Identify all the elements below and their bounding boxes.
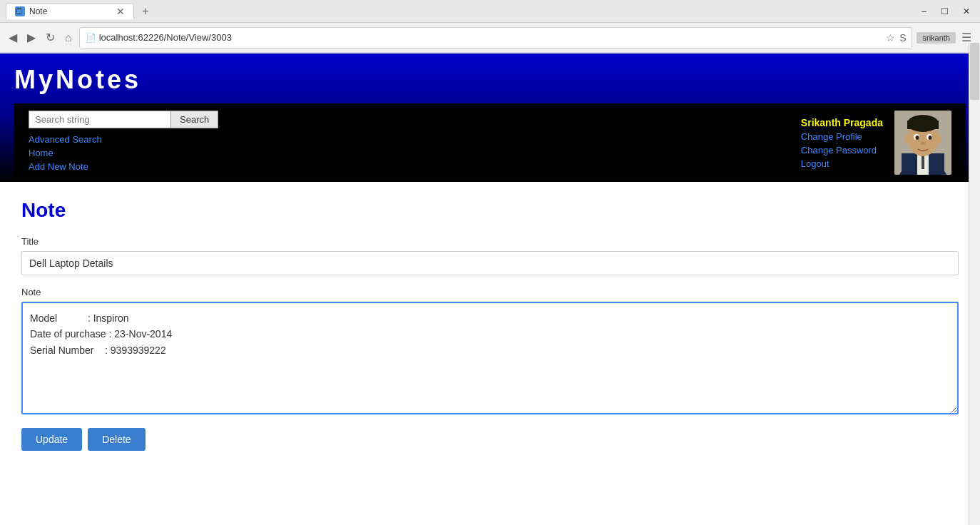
main-content: Note Title Note Model : Inspiron Date of… — [0, 182, 980, 468]
svg-rect-5 — [922, 155, 924, 169]
window-controls: – ☐ ✕ — [917, 5, 974, 18]
header-user: Srikanth Pragada Change Profile Change P… — [787, 103, 966, 182]
search-row: Search — [29, 111, 772, 128]
svg-point-13 — [921, 142, 925, 145]
back-button[interactable]: ◀ — [6, 29, 20, 46]
delete-button[interactable]: Delete — [88, 428, 145, 451]
advanced-search-link[interactable]: Advanced Search — [29, 134, 772, 145]
svg-point-12 — [929, 136, 932, 140]
scrollbar[interactable] — [969, 43, 980, 468]
note-label: Note — [21, 287, 959, 297]
browser-navbar: ◀ ▶ ↻ ⌂ 📄 ☆ S srikanth ☰ — [0, 23, 980, 53]
address-bar[interactable]: 📄 ☆ S — [79, 27, 913, 49]
avatar-image — [894, 111, 951, 175]
svg-rect-8 — [907, 121, 939, 129]
header-nav: Search Advanced Search Home Add New Note — [14, 103, 787, 182]
change-password-link[interactable]: Change Password — [801, 145, 877, 156]
home-button[interactable]: ⌂ — [62, 30, 75, 46]
update-button[interactable]: Update — [21, 428, 82, 451]
svg-point-15 — [936, 135, 941, 143]
title-input[interactable] — [21, 251, 959, 275]
app-title: MyNotes — [14, 65, 966, 103]
page-header: MyNotes Search Advanced Search Home Add … — [0, 53, 980, 182]
home-link[interactable]: Home — [29, 148, 772, 158]
title-group: Title — [21, 236, 959, 275]
forward-button[interactable]: ▶ — [24, 29, 39, 46]
new-tab-button[interactable]: + — [137, 3, 154, 20]
page-heading: Note — [21, 199, 959, 222]
logout-link[interactable]: Logout — [801, 158, 830, 169]
browser-titlebar: 🗒 Note ✕ + – ☐ ✕ — [0, 0, 980, 23]
navbar-icons: srikanth ☰ — [917, 29, 974, 46]
tab-title: Note — [29, 6, 111, 16]
scrollbar-thumb[interactable] — [970, 43, 979, 100]
add-new-note-link[interactable]: Add New Note — [29, 161, 772, 172]
title-label: Title — [21, 236, 959, 247]
avatar — [894, 111, 951, 175]
browser-chrome: 🗒 Note ✕ + – ☐ ✕ ◀ ▶ ↻ ⌂ 📄 ☆ S srikanth … — [0, 0, 980, 53]
svg-point-14 — [904, 135, 910, 143]
tab-favicon-icon: 🗒 — [15, 6, 25, 16]
svg-point-11 — [916, 136, 919, 140]
tab-close-icon[interactable]: ✕ — [116, 6, 125, 16]
search-input[interactable] — [29, 111, 171, 128]
user-name: Srikanth Pragada — [801, 117, 883, 128]
window-maximize-button[interactable]: ☐ — [936, 5, 953, 18]
note-group: Note Model : Inspiron Date of purchase :… — [21, 287, 959, 417]
skype-icon: S — [899, 32, 906, 44]
window-close-button[interactable]: ✕ — [959, 5, 974, 18]
address-lock-icon: 📄 — [86, 33, 96, 43]
address-input[interactable] — [99, 32, 886, 43]
bookmark-icon[interactable]: ☆ — [886, 32, 895, 44]
header-bottom: Search Advanced Search Home Add New Note… — [14, 103, 966, 182]
window-minimize-button[interactable]: – — [917, 5, 931, 18]
user-badge: srikanth — [917, 32, 956, 44]
button-row: Update Delete — [21, 428, 959, 451]
note-textarea[interactable]: Model : Inspiron Date of purchase : 23-N… — [21, 302, 959, 414]
reload-button[interactable]: ↻ — [43, 29, 58, 46]
address-bar-icons: ☆ S — [886, 32, 906, 44]
search-button[interactable]: Search — [171, 111, 218, 128]
nav-links: Advanced Search Home Add New Note — [29, 134, 772, 172]
change-profile-link[interactable]: Change Profile — [801, 131, 862, 142]
user-info: Srikanth Pragada Change Profile Change P… — [801, 117, 883, 169]
browser-tab[interactable]: 🗒 Note ✕ — [6, 3, 134, 19]
